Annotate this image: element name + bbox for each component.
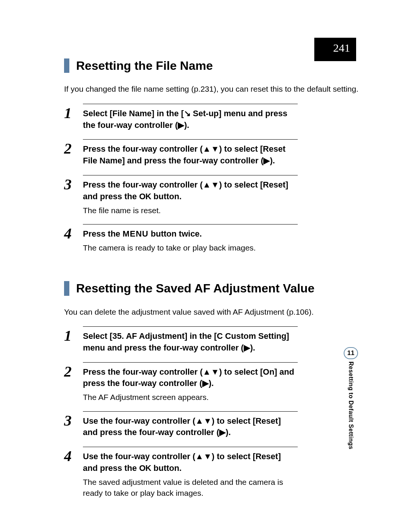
step-body: The AF Adjustment screen appears. [83,392,298,403]
text: button. [151,463,182,473]
right-arrow-icon: ▶ [178,120,184,130]
text: ). [250,343,255,352]
up-down-arrow-icon: ▲▼ [203,367,219,377]
step-number: 3 [64,177,72,192]
step-number: 3 [64,413,72,428]
ok-button-label: OK [139,463,151,473]
chapter-number: 11 [344,348,357,358]
step-title: Use the four-way controller (▲▼) to sele… [83,415,298,439]
text: Press the four-way controller ( [83,367,203,377]
step-item: 2 Press the four-way controller (▲▼) to … [83,139,298,167]
ok-button-label: OK [139,192,151,201]
text: Press the [83,229,122,238]
step-item: 1 Select [35. AF Adjustment] in the [C C… [83,326,298,354]
up-down-arrow-icon: ▲▼ [203,144,219,154]
right-arrow-icon: ▶ [244,343,250,352]
step-title: Use the four-way controller (▲▼) to sele… [83,451,298,474]
right-arrow-icon: ▶ [263,156,270,165]
step-number: 4 [64,226,72,241]
step-number: 1 [64,106,72,121]
steps-list: 1 Select [35. AF Adjustment] in the [C C… [83,326,298,499]
custom-icon: C [217,331,223,341]
menu-button-label: MENU [122,229,148,238]
step-item: 3 Use the four-way controller (▲▼) to se… [83,411,298,439]
step-body: The camera is ready to take or play back… [83,242,298,253]
step-number: 2 [64,364,72,379]
step-title: Press the four-way controller (▲▼) to se… [83,366,298,390]
step-title: Select [35. AF Adjustment] in the [C Cus… [83,331,298,354]
chapter-title: Resetting to Default Settings [347,361,354,449]
text: Use the four-way controller ( [83,416,195,426]
text: ). [184,120,189,130]
step-number: 2 [64,141,72,156]
text: button twice. [148,229,202,238]
step-item: 3 Press the four-way controller (▲▼) to … [83,175,298,216]
chapter-badge: 11 [344,347,358,359]
up-down-arrow-icon: ▲▼ [195,416,212,426]
step-body: The file name is reset. [83,205,298,216]
right-arrow-icon: ▶ [219,427,226,437]
step-number: 1 [64,328,72,343]
section-intro: You can delete the adjustment value save… [64,306,369,317]
step-item: 1 Select [File Name] in the [↘ Set-up] m… [83,104,298,131]
section-intro: If you changed the file name setting (p.… [64,83,369,94]
text: ). [209,378,214,388]
text: Press the four-way controller ( [83,180,203,189]
text: ). [226,427,231,437]
step-item: 2 Press the four-way controller (▲▼) to … [83,362,298,403]
text: Select [File Name] in the [ [83,109,184,118]
manual-page: 241 Resetting the File Name If you chang… [0,0,407,532]
text: ). [270,156,275,165]
up-down-arrow-icon: ▲▼ [195,452,212,461]
setup-icon: ↘ [184,109,191,118]
step-title: Press the MENU button twice. [83,228,298,240]
section-heading-reset-af: Resetting the Saved AF Adjustment Value [64,281,369,295]
step-body: The saved adjustment value is deleted an… [83,477,298,499]
step-title: Select [File Name] in the [↘ Set-up] men… [83,108,298,131]
text: Press the four-way controller ( [83,144,203,154]
step-title: Press the four-way controller (▲▼) to se… [83,179,298,203]
page-content: Resetting the File Name If you changed t… [64,58,369,498]
step-title: Press the four-way controller (▲▼) to se… [83,143,298,167]
up-down-arrow-icon: ▲▼ [203,180,219,189]
side-tab: 11 Resetting to Default Settings [343,347,359,449]
text: button. [151,192,182,201]
text: Use the four-way controller ( [83,452,195,461]
text: Select [35. AF Adjustment] in the [ [83,331,217,341]
right-arrow-icon: ▶ [202,378,209,388]
steps-list: 1 Select [File Name] in the [↘ Set-up] m… [83,104,298,253]
step-item: 4 Press the MENU button twice. The camer… [83,224,298,253]
step-item: 4 Use the four-way controller (▲▼) to se… [83,447,298,498]
page-number: 241 [314,38,356,61]
step-number: 4 [64,449,72,464]
